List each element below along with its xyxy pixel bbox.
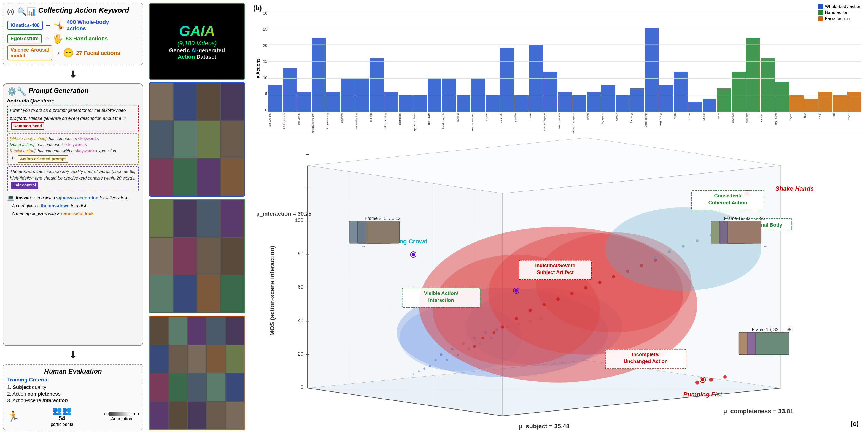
consistent-label-2: Coherent Action: [709, 200, 747, 205]
bar-rect: [717, 89, 731, 112]
kinetics-box: Kinetics-400: [7, 21, 43, 30]
x-label: auto maintenance: [312, 113, 326, 133]
participants-label: participants: [51, 422, 73, 427]
arrow-3: →: [55, 49, 61, 57]
mosaic-cell: [150, 158, 173, 196]
answer-row-2: A chef gives a thumbs-down to a dish.: [7, 203, 139, 209]
mosaic-cell: [197, 275, 221, 313]
keyword-1: <keyword>: [78, 136, 98, 141]
svg-point-58: [612, 275, 615, 278]
svg-text:···: ···: [792, 355, 795, 360]
y-tick-20: 20: [252, 43, 269, 48]
bar-rect: [818, 92, 833, 112]
bar-rect: [645, 28, 659, 112]
bar-item: [471, 11, 485, 112]
bar-rect: [587, 92, 601, 112]
bar-rect: [269, 85, 282, 112]
svg-point-70: [668, 251, 671, 253]
yellow-prompt-box: [Whole-body action] that someone is <key…: [7, 133, 139, 165]
bar-item: [789, 11, 804, 112]
whole-body-icon: 🤸: [54, 20, 64, 31]
annotation-label: Annotation: [111, 417, 132, 422]
bar-item: [399, 11, 413, 112]
x-label: direction: [731, 113, 746, 123]
mosaic-cell: [197, 83, 221, 121]
keyword-3: <keyword>: [75, 148, 95, 153]
chart-b-inner: [269, 11, 861, 112]
instruct-label: Instruct&Question:: [7, 98, 139, 104]
bar-item: [544, 11, 557, 112]
bar-rect: [804, 99, 818, 112]
criteria-2: 2. Action completeness: [7, 391, 139, 397]
bar-rect: [659, 85, 673, 112]
bar-item: [558, 11, 572, 112]
criteria-1: 1. Subject quality: [7, 385, 139, 390]
prompt-icon: ⚙️🔧: [7, 87, 27, 96]
mosaic-cell: [168, 345, 188, 373]
action-oriented-badge: Action-oriented prompt: [18, 155, 68, 163]
mosaic-cell: [168, 317, 188, 345]
x-label: cooking: [370, 113, 384, 122]
svg-point-54: [556, 297, 560, 301]
mosaic-cell: [197, 121, 221, 158]
bar-item: [355, 11, 369, 112]
valence-row: Valence-Arousalmodel → 😶 27 Facial actio…: [7, 45, 139, 60]
legend-whole-body: Whole-body action: [818, 4, 861, 9]
bar-rect: [413, 95, 427, 112]
x-label: eating, drinking: [384, 113, 399, 130]
x-label: yoga: [674, 113, 688, 119]
y-tick-25: 25: [252, 27, 269, 31]
mosaic-cell: [173, 200, 197, 237]
x-label: ball sports: [297, 113, 312, 125]
whole-body-action-text: 400 Whole-bodyactions: [67, 19, 109, 32]
bar-item: [486, 11, 500, 112]
mosaic-cell: [188, 401, 207, 430]
chart-c-container: (c): [252, 137, 864, 431]
consistent-label-1: Consistent/: [714, 193, 742, 199]
bar-item: [847, 11, 861, 112]
svg-point-57: [598, 281, 601, 284]
x-label: electronics: [399, 113, 413, 125]
annotator-icon: 🏃: [7, 411, 20, 422]
mosaic-cell: [225, 373, 244, 401]
training-criteria-label: Training Criteria:: [7, 377, 139, 383]
bar-item: [703, 11, 717, 112]
hand-action-label: [Hand action]: [10, 142, 34, 147]
bar-rect: [674, 72, 688, 112]
mosaic-cell: [197, 200, 221, 237]
svg-text:20: 20: [298, 351, 303, 357]
bar-rect: [341, 78, 355, 112]
legend-color-whole-body: [818, 4, 823, 9]
section-a-label: (a): [7, 8, 14, 15]
svg-point-36: [445, 359, 448, 361]
bar-item: [818, 11, 833, 112]
answer-label: Answer:: [15, 196, 32, 200]
mosaic-cell: [188, 317, 207, 345]
bar-item: [529, 11, 543, 112]
bar-item: [572, 11, 586, 112]
mosaic-cell: [221, 200, 244, 237]
image-mosaic-1: [149, 82, 245, 197]
valence-box: Valence-Arousalmodel: [7, 45, 52, 60]
bar-rect: [515, 95, 528, 112]
x-label: cleaning: [341, 113, 355, 123]
x-label: soccer: [616, 113, 630, 121]
legend-label-whole-body: Whole-body action: [825, 4, 861, 9]
red-prompt-box: I want you to act as a prompt generator …: [7, 105, 139, 132]
svg-text:Frame 16, 32, …, 96: Frame 16, 32, …, 96: [724, 215, 765, 220]
hand-action-text: 83 Hand actions: [66, 36, 108, 42]
mosaic-cell: [173, 237, 197, 275]
svg-text:40: 40: [298, 318, 303, 323]
svg-point-41: [435, 359, 437, 361]
x-label: number: [760, 113, 774, 122]
y-axis-mu-interaction: μ_interaction = 30.25: [256, 210, 311, 216]
section-prompt: ⚙️🔧 Prompt Generation Instruct&Question:…: [3, 84, 143, 346]
mosaic-cell: [150, 275, 173, 313]
bar-rect: [833, 95, 847, 112]
svg-point-44: [418, 370, 420, 372]
bar-rect: [630, 89, 644, 112]
svg-text:···: ···: [362, 244, 365, 248]
bars-container: [269, 11, 861, 112]
participants-count: 54: [59, 415, 65, 422]
bar-item: [341, 11, 355, 112]
